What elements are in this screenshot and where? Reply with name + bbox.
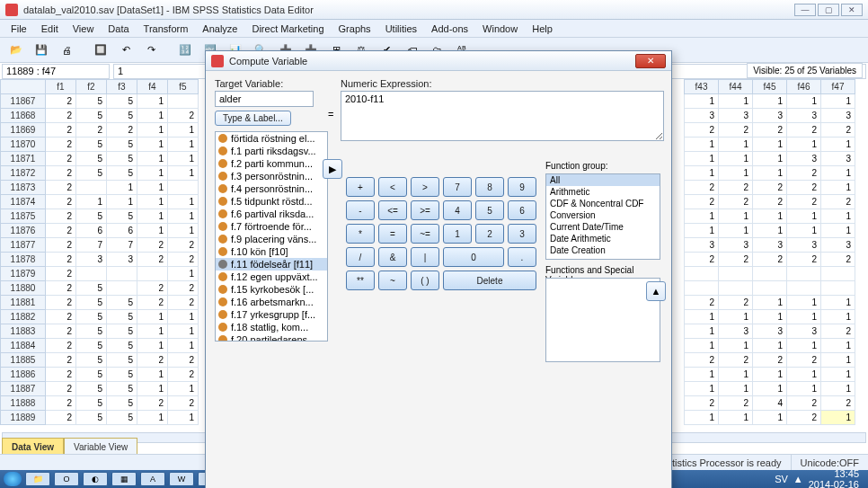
menu-file[interactable]: File <box>4 22 34 36</box>
function-group-item[interactable]: CDF & Noncentral CDF <box>546 198 660 209</box>
function-group-list[interactable]: AllArithmeticCDF & Noncentral CDFConvers… <box>545 173 660 260</box>
variable-list-item[interactable]: f.16 arbetsmarkn... <box>216 296 327 308</box>
variable-list-item[interactable]: f.7 förtroende för... <box>216 220 327 233</box>
keypad-button[interactable]: 0 <box>443 247 504 267</box>
keypad-button[interactable]: . <box>508 247 536 267</box>
variable-list-item[interactable]: förtida röstning el... <box>216 132 327 145</box>
keypad-button[interactable]: < <box>378 177 407 197</box>
recall-dialog-icon[interactable]: 🔲 <box>90 40 111 60</box>
variable-type-icon <box>218 285 227 294</box>
tab-data-view[interactable]: Data View <box>2 438 64 456</box>
keypad-button[interactable]: >= <box>411 200 439 220</box>
calculator-keypad: +<>789-<=>=456*=~=123/&|0.**~( )Delete <box>346 177 536 290</box>
variable-list-item[interactable]: f.17 yrkesgrupp [f... <box>216 308 327 321</box>
keypad-delete-button[interactable]: Delete <box>443 271 536 290</box>
taskbar-outlook-icon[interactable]: O <box>54 472 79 486</box>
undo-icon[interactable]: ↶ <box>115 40 137 60</box>
keypad-button[interactable]: 8 <box>475 177 504 197</box>
keypad-button[interactable]: ~= <box>411 224 439 244</box>
variable-list-item[interactable]: f.3 personröstnin... <box>216 170 327 182</box>
menu-edit[interactable]: Edit <box>34 22 66 36</box>
function-group-item[interactable]: Date Creation <box>546 244 660 256</box>
goto-case-icon[interactable]: 🔢 <box>174 40 196 60</box>
function-group-item[interactable]: Conversion <box>546 209 660 221</box>
menu-window[interactable]: Window <box>475 22 525 36</box>
insert-function-button[interactable]: ▲ <box>646 281 666 301</box>
menu-help[interactable]: Help <box>525 22 560 36</box>
variable-list-item[interactable]: f.11 födelseår [f11] <box>216 258 327 271</box>
menu-direct-marketing[interactable]: Direct Marketing <box>244 22 331 36</box>
variable-list-item[interactable]: f.10 kön [f10] <box>216 245 327 258</box>
menu-addons[interactable]: Add-ons <box>424 22 475 36</box>
keypad-button[interactable]: 5 <box>475 200 504 220</box>
taskbar-acrobat-icon[interactable]: A <box>140 472 165 486</box>
tab-variable-view[interactable]: Variable View <box>64 438 137 456</box>
function-group-item[interactable]: Date Arithmetic <box>546 233 660 244</box>
function-group-item[interactable]: All <box>546 174 660 186</box>
variable-list-item[interactable]: f.20 partiledarens... <box>216 333 327 342</box>
type-and-label-button[interactable]: Type & Label... <box>215 111 291 126</box>
taskbar-word-icon[interactable]: W <box>169 472 194 486</box>
tray-flag-icon[interactable]: ▲ <box>793 474 803 484</box>
taskbar-lang[interactable]: SV <box>775 474 788 484</box>
menu-analyze[interactable]: Analyze <box>195 22 244 36</box>
variable-list-item[interactable]: f.2 parti kommun... <box>216 157 327 170</box>
variable-list-item[interactable]: f.5 tidpunkt röstd... <box>216 195 327 208</box>
cell-reference[interactable]: 11889 : f47 <box>2 64 110 79</box>
keypad-button[interactable]: | <box>411 247 439 267</box>
keypad-button[interactable]: ** <box>346 271 375 290</box>
taskbar-date: 2014-02-16 <box>809 479 859 488</box>
keypad-button[interactable]: 2 <box>475 224 504 244</box>
variable-list-item[interactable]: f.9 placering väns... <box>216 233 327 245</box>
keypad-button[interactable]: 4 <box>443 200 472 220</box>
keypad-button[interactable]: > <box>411 177 439 197</box>
variable-list[interactable]: förtida röstning el...f.1 parti riksdags… <box>215 131 328 342</box>
menu-graphs[interactable]: Graphs <box>332 22 378 36</box>
variable-type-icon <box>218 247 227 256</box>
minimize-button[interactable]: — <box>794 4 816 16</box>
keypad-button[interactable]: <= <box>378 200 407 220</box>
keypad-button[interactable]: / <box>346 247 375 267</box>
variable-list-item[interactable]: f.15 kyrkobesök [... <box>216 283 327 296</box>
keypad-button[interactable]: = <box>378 224 407 244</box>
menu-transform[interactable]: Transform <box>137 22 196 36</box>
keypad-button[interactable]: 6 <box>508 200 536 220</box>
taskbar-chrome-icon[interactable]: ◐ <box>83 472 108 486</box>
keypad-button[interactable]: - <box>346 200 375 220</box>
function-group-item[interactable]: Arithmetic <box>546 186 660 198</box>
move-variable-button[interactable]: ▶ <box>323 159 342 179</box>
menu-utilities[interactable]: Utilities <box>378 22 424 36</box>
maximize-button[interactable]: ▢ <box>818 4 839 16</box>
keypad-button[interactable]: * <box>346 224 375 244</box>
variable-list-item[interactable]: f.6 partival riksda... <box>216 208 327 220</box>
keypad-button[interactable]: & <box>378 247 407 267</box>
redo-icon[interactable]: ↷ <box>140 40 162 60</box>
functions-variables-list[interactable] <box>545 278 660 362</box>
print-icon[interactable]: 🖨 <box>56 40 77 60</box>
menu-data[interactable]: Data <box>101 22 136 36</box>
taskbar-explorer-icon[interactable]: 📁 <box>25 472 50 486</box>
keypad-button[interactable]: 3 <box>508 224 536 244</box>
variable-list-item[interactable]: f.18 statlig, kom... <box>216 321 327 333</box>
keypad-button[interactable]: + <box>346 177 375 197</box>
keypad-button[interactable]: ( ) <box>411 271 439 290</box>
dialog-close-button[interactable]: ✕ <box>635 54 666 68</box>
dialog-titlebar[interactable]: Compute Variable ✕ <box>206 51 671 71</box>
menu-view[interactable]: View <box>66 22 102 36</box>
function-group-item[interactable]: Current Date/Time <box>546 221 660 233</box>
keypad-button[interactable]: ~ <box>378 271 407 290</box>
close-button[interactable]: ✕ <box>841 4 863 16</box>
open-icon[interactable]: 📂 <box>5 40 27 60</box>
keypad-button[interactable]: 1 <box>443 224 472 244</box>
keypad-button[interactable]: 7 <box>443 177 472 197</box>
variable-list-item[interactable]: f.12 egen uppväxt... <box>216 271 327 283</box>
keypad-button[interactable]: 9 <box>508 177 536 197</box>
variable-list-item[interactable]: f.4 personröstnin... <box>216 182 327 195</box>
start-button[interactable] <box>4 472 22 486</box>
app-icon <box>5 4 18 16</box>
save-icon[interactable]: 💾 <box>31 40 52 60</box>
numeric-expression-input[interactable] <box>341 91 664 141</box>
target-variable-input[interactable] <box>215 91 314 107</box>
taskbar-calc-icon[interactable]: ▦ <box>111 472 137 486</box>
variable-list-item[interactable]: f.1 parti riksdagsv... <box>216 145 327 157</box>
